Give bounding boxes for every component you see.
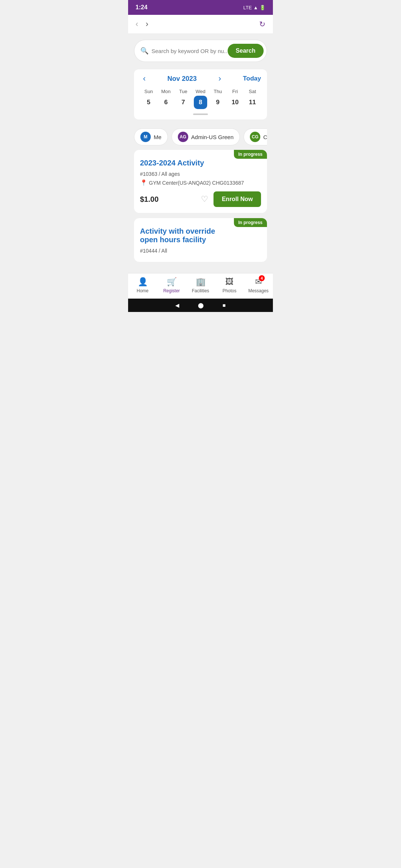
search-button[interactable]: Search bbox=[228, 44, 264, 58]
card-price: $1.00 bbox=[140, 195, 159, 204]
nav-item-messages[interactable]: ✉ 4 Messages bbox=[247, 277, 270, 293]
nav-item-home[interactable]: 👤 Home bbox=[131, 277, 154, 293]
day-col-tue[interactable]: Tue 7 bbox=[175, 89, 192, 109]
messages-label: Messages bbox=[248, 288, 269, 293]
calendar-section: ‹ Nov 2023 › Today Sun 5 Mon 6 Tue 7 Wed… bbox=[134, 69, 267, 119]
day-col-thu[interactable]: Thu 9 bbox=[209, 89, 226, 109]
location-text: GYM Center(US-ANQA02) CHG0133687 bbox=[149, 180, 244, 186]
facilities-icon: 🏢 bbox=[196, 277, 206, 287]
day-name: Mon bbox=[161, 89, 170, 94]
day-name: Tue bbox=[179, 89, 187, 94]
facilities-label: Facilities bbox=[192, 288, 209, 293]
photos-label: Photos bbox=[222, 288, 236, 293]
messages-badge: 4 bbox=[259, 275, 265, 281]
favorite-button[interactable]: ♡ bbox=[201, 194, 208, 204]
card-actions: ♡ Enroll Now bbox=[201, 191, 261, 207]
card-location: 📍GYM Center(US-ANQA02) CHG0133687 bbox=[140, 179, 261, 186]
bottom-nav: 👤 Home 🛒 Register 🏢 Facilities 🖼 Photos … bbox=[128, 273, 273, 299]
messages-icon: ✉ 4 bbox=[255, 277, 262, 287]
android-recent[interactable]: ■ bbox=[222, 302, 225, 308]
status-icons: LTE ▲ 🔋 bbox=[243, 5, 265, 10]
android-home[interactable]: ⬤ bbox=[198, 302, 204, 308]
status-bar: 1:24 LTE ▲ 🔋 bbox=[128, 0, 273, 15]
day-col-sat[interactable]: Sat 11 bbox=[244, 89, 261, 109]
filter-pill-me[interactable]: M Me bbox=[134, 128, 168, 145]
calendar-indicator bbox=[193, 114, 208, 115]
day-number[interactable]: 10 bbox=[228, 96, 242, 109]
pill-avatar-chris: CG bbox=[250, 132, 260, 142]
android-nav-bar: ◀ ⬤ ■ bbox=[128, 299, 273, 312]
search-icon: 🔍 bbox=[140, 47, 149, 55]
pill-label-chris: Chris Gre bbox=[263, 134, 267, 140]
activity-card-0: In progress 2023-2024 Activity #10363 / … bbox=[134, 150, 267, 213]
day-number[interactable]: 5 bbox=[142, 96, 155, 109]
register-label: Register bbox=[163, 288, 180, 293]
signal-icon: ▲ bbox=[253, 5, 258, 10]
day-col-sun[interactable]: Sun 5 bbox=[140, 89, 157, 109]
home-icon: 👤 bbox=[138, 277, 148, 287]
location-icon: 📍 bbox=[140, 179, 147, 186]
filter-pill-chris[interactable]: CG Chris Gre bbox=[244, 128, 267, 145]
status-time: 1:24 bbox=[136, 4, 147, 11]
day-number[interactable]: 9 bbox=[211, 96, 225, 109]
home-label: Home bbox=[137, 288, 149, 293]
day-number[interactable]: 11 bbox=[246, 96, 259, 109]
photos-icon: 🖼 bbox=[225, 277, 234, 287]
prev-month-button[interactable]: ‹ bbox=[140, 74, 149, 83]
register-icon: 🛒 bbox=[167, 277, 177, 287]
browser-nav: ‹ › ↻ bbox=[128, 15, 273, 34]
day-name: Fri bbox=[232, 89, 238, 94]
today-button[interactable]: Today bbox=[243, 75, 261, 82]
filter-pill-admin[interactable]: AG Admin-US Green bbox=[172, 128, 240, 145]
day-col-mon[interactable]: Mon 6 bbox=[157, 89, 175, 109]
in-progress-badge: In progress bbox=[234, 150, 267, 159]
forward-button[interactable]: › bbox=[146, 19, 148, 29]
nav-item-facilities[interactable]: 🏢 Facilities bbox=[189, 277, 212, 293]
calendar-header: ‹ Nov 2023 › Today bbox=[140, 74, 261, 83]
pill-label-admin: Admin-US Green bbox=[191, 134, 234, 140]
search-input[interactable] bbox=[151, 48, 228, 54]
card-footer: $1.00 ♡ Enroll Now bbox=[140, 191, 261, 207]
current-month[interactable]: Nov 2023 bbox=[167, 75, 197, 83]
reload-button[interactable]: ↻ bbox=[259, 20, 265, 29]
in-progress-badge: In progress bbox=[234, 218, 267, 227]
day-name: Sun bbox=[144, 89, 153, 94]
android-back[interactable]: ◀ bbox=[175, 302, 179, 308]
pill-avatar-admin: AG bbox=[178, 132, 188, 142]
enroll-button[interactable]: Enroll Now bbox=[213, 191, 261, 207]
nav-item-photos[interactable]: 🖼 Photos bbox=[218, 277, 241, 293]
card-title: 2023-2024 Activity bbox=[140, 159, 261, 167]
day-number[interactable]: 7 bbox=[176, 96, 190, 109]
search-bar: 🔍 Search bbox=[134, 40, 267, 62]
day-name: Thu bbox=[213, 89, 222, 94]
calendar-days: Sun 5 Mon 6 Tue 7 Wed 8 Thu 9 Fri 10 Sat… bbox=[140, 89, 261, 109]
day-name: Wed bbox=[196, 89, 206, 94]
pill-avatar-me: M bbox=[140, 132, 151, 142]
card-meta: #10444 / All bbox=[140, 248, 261, 254]
pill-label-me: Me bbox=[154, 134, 162, 140]
card-meta: #10363 / All ages bbox=[140, 171, 261, 177]
card-title: Activity with override open hours facili… bbox=[140, 227, 261, 244]
nav-item-register[interactable]: 🛒 Register bbox=[160, 277, 183, 293]
filter-pills: M Me AG Admin-US Green CG Chris Gre bbox=[134, 125, 267, 150]
day-name: Sat bbox=[249, 89, 256, 94]
day-col-fri[interactable]: Fri 10 bbox=[226, 89, 244, 109]
day-number[interactable]: 6 bbox=[159, 96, 173, 109]
day-col-wed[interactable]: Wed 8 bbox=[192, 89, 209, 109]
lte-icon: LTE bbox=[243, 5, 252, 10]
back-button[interactable]: ‹ bbox=[136, 19, 138, 29]
activity-cards: In progress 2023-2024 Activity #10363 / … bbox=[134, 150, 267, 262]
next-month-button[interactable]: › bbox=[215, 74, 224, 83]
main-content: 🔍 Search ‹ Nov 2023 › Today Sun 5 Mon 6 … bbox=[128, 34, 273, 273]
day-number[interactable]: 8 bbox=[194, 96, 207, 109]
battery-icon: 🔋 bbox=[260, 5, 265, 10]
activity-card-1: In progress Activity with override open … bbox=[134, 218, 267, 262]
